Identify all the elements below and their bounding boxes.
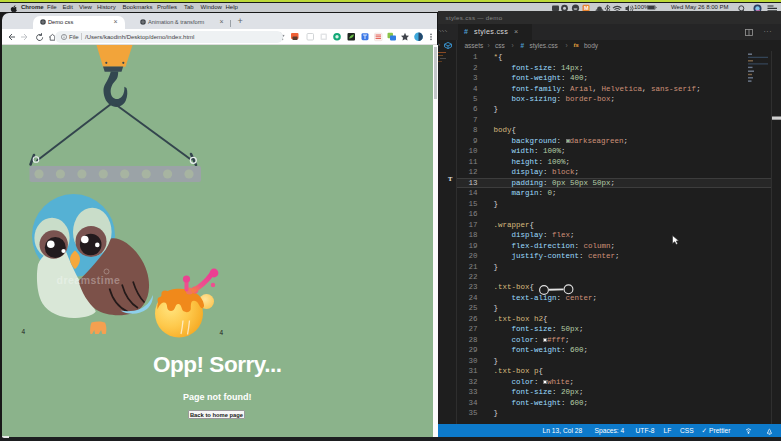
svg-text:M: M bbox=[584, 5, 589, 11]
svg-text:4: 4 bbox=[219, 328, 223, 335]
svg-text:4: 4 bbox=[21, 327, 25, 334]
svg-text:dreamstime: dreamstime bbox=[56, 273, 120, 285]
